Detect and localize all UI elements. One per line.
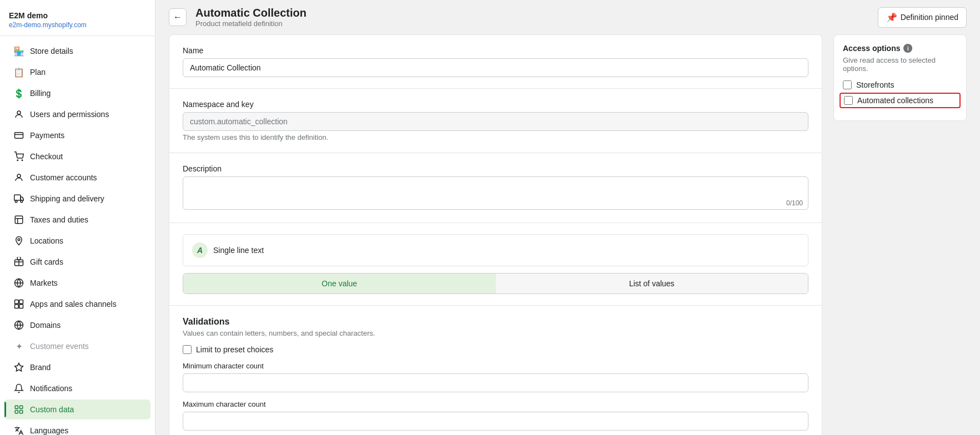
info-icon: i — [903, 44, 912, 53]
sidebar-item-languages[interactable]: Languages — [4, 421, 150, 435]
sidebar-item-label: Billing — [30, 89, 51, 98]
min-count-label: Minimum character count — [183, 362, 808, 370]
sidebar-item-plan[interactable]: 📋 Plan — [4, 62, 150, 82]
type-label: Single line text — [213, 246, 264, 255]
back-button[interactable]: ← — [169, 8, 187, 26]
access-desc: Give read access to selected options. — [843, 56, 957, 73]
description-char-count: 0/100 — [786, 199, 803, 207]
store-name: E2M demo — [9, 11, 146, 20]
description-label: Description — [183, 164, 808, 173]
sidebar-item-label: Locations — [30, 236, 63, 245]
svg-rect-9 — [15, 216, 23, 224]
name-section: Name — [169, 35, 822, 89]
max-count-label: Maximum character count — [183, 400, 808, 408]
page-title-block: Automatic Collection Product metafield d… — [195, 7, 869, 28]
right-panel: Access options i Give read access to sel… — [833, 34, 967, 435]
domains-icon — [13, 320, 24, 331]
page-subtitle: Product metafield definition — [195, 19, 869, 28]
users-icon — [13, 109, 24, 120]
namespace-hint: The system uses this to identify the def… — [183, 133, 808, 141]
sidebar-item-custom-data[interactable]: Custom data — [4, 399, 150, 419]
brand-icon — [13, 362, 24, 373]
pin-icon: 📌 — [886, 12, 897, 23]
namespace-label: Namespace and key — [183, 100, 808, 109]
max-count-input[interactable] — [183, 412, 808, 431]
sidebar-item-label: Custom data — [30, 405, 74, 414]
top-header: ← Automatic Collection Product metafield… — [155, 0, 980, 34]
value-toggle-group: One value List of values — [183, 273, 808, 294]
svg-point-7 — [15, 200, 17, 203]
sidebar-item-users-permissions[interactable]: Users and permissions — [4, 104, 150, 124]
one-value-button[interactable]: One value — [183, 274, 496, 294]
svg-point-0 — [17, 111, 21, 114]
gift-cards-icon — [13, 256, 24, 267]
sidebar-item-customer-accounts[interactable]: Customer accounts — [4, 168, 150, 188]
access-title: Access options i — [843, 44, 957, 53]
svg-point-12 — [18, 239, 20, 241]
namespace-section: Namespace and key The system uses this t… — [169, 89, 822, 153]
svg-rect-20 — [15, 305, 19, 308]
checkout-icon — [13, 151, 24, 162]
store-url[interactable]: e2m-demo.myshopify.com — [9, 21, 87, 29]
sidebar-item-label: Notifications — [30, 384, 72, 393]
access-card: Access options i Give read access to sel… — [833, 34, 967, 121]
preset-label: Limit to preset choices — [196, 345, 273, 354]
sidebar-item-label: Plan — [30, 68, 46, 77]
sidebar-item-label: Checkout — [30, 152, 63, 161]
sidebar-item-taxes-duties[interactable]: Taxes and duties — [4, 210, 150, 230]
sidebar-item-store-details[interactable]: 🏪 Store details — [4, 41, 150, 61]
type-selector[interactable]: A Single line text — [183, 234, 808, 266]
sidebar-item-label: Users and permissions — [30, 110, 109, 119]
sidebar-item-shipping-delivery[interactable]: Shipping and delivery — [4, 189, 150, 209]
preset-checkbox[interactable] — [183, 345, 192, 354]
sidebar-item-label: Apps and sales channels — [30, 300, 117, 308]
sidebar-item-checkout[interactable]: Checkout — [4, 146, 150, 166]
description-section: Description 0/100 — [169, 153, 822, 223]
payments-icon — [13, 130, 24, 141]
markets-icon — [13, 277, 24, 289]
storefronts-label: Storefronts — [856, 80, 894, 89]
pin-button[interactable]: 📌 Definition pinned — [878, 7, 967, 28]
svg-rect-19 — [19, 300, 23, 304]
sidebar-item-brand[interactable]: Brand — [4, 357, 150, 377]
sidebar-item-label: Languages — [30, 426, 68, 435]
store-details-icon: 🏪 — [13, 45, 24, 57]
customer-accounts-icon — [13, 172, 24, 183]
validations-title: Validations — [183, 317, 808, 327]
svg-point-5 — [17, 174, 21, 178]
description-textarea[interactable] — [183, 176, 808, 210]
sidebar-item-notifications[interactable]: Notifications — [4, 378, 150, 398]
svg-rect-21 — [19, 305, 23, 308]
sidebar-item-billing[interactable]: 💲 Billing — [4, 83, 150, 103]
taxes-icon — [13, 214, 24, 225]
validations-section: Validations Values can contain letters, … — [169, 306, 822, 435]
max-count-row: Maximum character count — [183, 400, 808, 431]
svg-marker-24 — [15, 363, 23, 371]
storefronts-checkbox[interactable] — [843, 80, 852, 89]
automated-collections-row: Automated collections — [840, 93, 961, 108]
apps-icon — [13, 299, 24, 310]
sidebar-item-apps-sales[interactable]: Apps and sales channels — [4, 294, 150, 314]
svg-rect-25 — [15, 406, 18, 408]
sidebar-item-label: Gift cards — [30, 257, 63, 266]
notifications-icon — [13, 383, 24, 394]
sidebar-item-label: Customer events — [30, 342, 89, 351]
sidebar-item-domains[interactable]: Domains — [4, 315, 150, 335]
type-icon: A — [192, 242, 208, 258]
sidebar-item-locations[interactable]: Locations — [4, 231, 150, 251]
name-input[interactable] — [183, 58, 808, 77]
customer-events-icon: ✦ — [13, 341, 24, 352]
sidebar-item-payments[interactable]: Payments — [4, 125, 150, 145]
min-count-input[interactable] — [183, 373, 808, 392]
sidebar-item-label: Markets — [30, 279, 58, 287]
sidebar-item-label: Store details — [30, 47, 73, 55]
svg-rect-18 — [15, 300, 19, 304]
page-title: Automatic Collection — [195, 7, 869, 19]
sidebar-item-label: Brand — [30, 363, 51, 372]
sidebar-item-markets[interactable]: Markets — [4, 273, 150, 293]
automated-collections-label: Automated collections — [857, 96, 933, 105]
type-section: A Single line text One value List of val… — [169, 223, 822, 306]
list-values-button[interactable]: List of values — [496, 274, 808, 294]
sidebar-item-gift-cards[interactable]: Gift cards — [4, 252, 150, 272]
automated-collections-checkbox[interactable] — [844, 96, 853, 105]
